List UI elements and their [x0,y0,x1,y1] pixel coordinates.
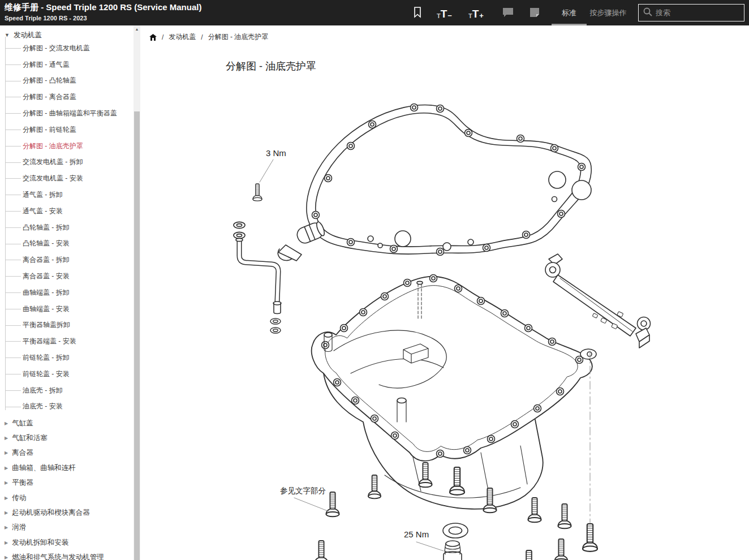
main-content: / 发动机盖 / 分解图 - 油底壳护罩 分解图 - 油底壳护罩 [140,25,749,560]
sidebar-item-label: 通气盖 - 安装 [23,206,63,216]
sidebar-root-label: 发动机盖 [14,31,42,40]
sidebar-item-label: 分解图 - 离合器盖 [23,92,76,102]
sidebar-section-label: 燃油和排气系统与发动机管理 [12,553,104,560]
sidebar-item[interactable]: 分解图 - 通气盖 [0,57,134,73]
sidebar-item[interactable]: 曲轴端盖 - 安装 [0,301,134,317]
sidebar-item[interactable]: 凸轮轴盖 - 拆卸 [0,219,134,236]
tab-step-by-step[interactable]: 按步骤操作 [588,0,628,25]
sidebar-item[interactable]: 分解图 - 凸轮轴盖 [0,73,134,89]
chevron-right-icon: ▶ [5,496,8,501]
sidebar-item-active[interactable]: 分解图 - 油底壳护罩 [0,138,134,154]
chain-guide-bracket [545,254,651,348]
sidebar-section-label: 发动机拆卸和安装 [12,538,68,548]
sidebar-item[interactable]: 油底壳 - 拆卸 [0,382,134,399]
chevron-right-icon: ▶ [5,466,8,471]
small-t-glyph: T [468,13,472,19]
large-t-glyph: T [472,8,479,19]
chevron-right-icon: ▶ [5,436,8,441]
sidebar-scrollbar[interactable]: ▲ [134,25,140,560]
sidebar-section-label: 传动 [12,493,26,503]
sidebar-section[interactable]: ▶气缸盖 [0,416,134,430]
sidebar-item[interactable]: 离合器盖 - 安装 [0,268,134,285]
page-title: 分解图 - 油底壳护罩 [226,59,316,73]
home-icon[interactable] [149,34,157,41]
sidebar-item-label: 通气盖 - 拆卸 [23,190,63,200]
tab-label: 按步骤操作 [590,8,627,17]
scroll-up-arrow-icon[interactable]: ▲ [134,25,140,33]
torque-label-25nm: 25 Nm [404,529,429,539]
sidebar-item[interactable]: 分解图 - 前链轮盖 [0,122,134,138]
sidebar-section[interactable]: ▶发动机拆卸和安装 [0,535,134,550]
breadcrumb-separator: / [201,33,203,41]
sidebar-item-label: 离合器盖 - 安装 [23,272,70,281]
sidebar-section[interactable]: ▶离合器 [0,446,134,460]
sidebar-item-label: 分解图 - 曲轴箱端盖和平衡器盖 [23,109,117,118]
tab-standard[interactable]: 标准 [552,0,587,25]
sidebar-section-label: 润滑 [12,523,26,532]
chevron-right-icon: ▶ [5,555,8,560]
exploded-diagram: 3 Nm [215,79,668,560]
sidebar-section[interactable]: ▶传动 [0,490,134,505]
sidebar-item[interactable]: 油底壳 - 安装 [0,399,134,415]
sidebar-section-label: 离合器 [12,448,33,458]
small-t-glyph: T [437,13,441,19]
sidebar-item[interactable]: 分解图 - 离合器盖 [0,89,134,105]
sidebar-section[interactable]: ▶平衡器 [0,476,134,490]
sidebar-item[interactable]: 离合器盖 - 拆卸 [0,252,134,268]
sidebar-section[interactable]: ▶燃油和排气系统与发动机管理 [0,550,134,560]
sidebar-item[interactable]: 曲轴端盖 - 拆卸 [0,285,134,301]
sidebar-item-label: 分解图 - 凸轮轴盖 [23,76,76,85]
sidebar-item[interactable]: 前链轮盖 - 安装 [0,366,134,382]
sidebar-section[interactable]: ▶曲轴箱、曲轴和连杆 [0,460,134,475]
search-box[interactable] [638,4,744,21]
sidebar-section[interactable]: ▶润滑 [0,520,134,535]
chevron-right-icon: ▶ [5,450,8,455]
toc-sidebar: ▼ 发动机盖 分解图 - 交流发电机盖分解图 - 通气盖分解图 - 凸轮轴盖分解… [0,25,134,560]
sidebar-item[interactable]: 凸轮轴盖 - 安装 [0,236,134,252]
breadcrumb-engine-covers[interactable]: 发动机盖 [169,32,196,42]
note-icon[interactable] [530,6,540,19]
sidebar-section[interactable]: ▶起动机驱动和楔块离合器 [0,505,134,520]
search-input[interactable] [656,8,735,17]
sidebar-item-label: 曲轴端盖 - 拆卸 [23,288,70,298]
sidebar-sections: ▶气缸盖▶气缸和活塞▶离合器▶曲轴箱、曲轴和连杆▶平衡器▶传动▶起动机驱动和楔块… [0,416,134,560]
sidebar-section-label: 平衡器 [12,478,33,488]
bookmark-icon[interactable] [414,6,421,19]
sidebar-item-label: 交流发电机盖 - 拆卸 [23,157,83,167]
chevron-right-icon: ▶ [5,540,8,545]
sidebar-item-label: 凸轮轴盖 - 安装 [23,239,70,248]
sidebar-item-label: 前链轮盖 - 拆卸 [23,353,70,363]
breadcrumb: / 发动机盖 / 分解图 - 油底壳护罩 [149,32,268,42]
sidebar-item[interactable]: 分解图 - 曲轴箱端盖和平衡器盖 [0,105,134,122]
chevron-right-icon: ▶ [5,510,8,515]
sidebar-item[interactable]: 平衡器轴盖拆卸 [0,317,134,334]
sidebar-item[interactable]: 平衡器端盖 - 安装 [0,333,134,350]
scrollbar-thumb[interactable] [134,111,140,560]
sidebar-item-label: 分解图 - 交流发电机盖 [23,44,90,53]
torque-label-3nm: 3 Nm [266,148,286,158]
sidebar-item-label: 油底壳 - 安装 [23,402,63,411]
sidebar-item-label: 交流发电机盖 - 安装 [23,174,83,183]
app-header: 维修手册 - Speed Triple 1200 RS (Service Man… [0,0,749,25]
sidebar-item[interactable]: 交流发电机盖 - 拆卸 [0,154,134,171]
sidebar-item-label: 分解图 - 油底壳护罩 [23,141,83,151]
sidebar-item-label: 平衡器轴盖拆卸 [23,320,70,330]
sidebar-section[interactable]: ▶气缸和活塞 [0,430,134,445]
sidebar-item[interactable]: 通气盖 - 拆卸 [0,187,134,203]
sidebar-item-label: 凸轮轴盖 - 拆卸 [23,223,70,232]
sidebar-item[interactable]: 前链轮盖 - 拆卸 [0,350,134,366]
decrease-font-icon[interactable]: TT− [437,6,452,19]
minus-glyph: − [447,12,452,19]
sidebar-item[interactable]: 交流发电机盖 - 安装 [0,170,134,187]
comment-icon[interactable] [502,6,514,19]
sidebar-item[interactable]: 分解图 - 交流发电机盖 [0,40,134,57]
large-t-glyph: T [441,8,447,19]
increase-font-icon[interactable]: TT+ [468,6,484,19]
sidebar-item[interactable]: 通气盖 - 安装 [0,203,134,219]
manual-title: 维修手册 - Speed Triple 1200 RS (Service Man… [5,2,201,13]
small-bolt [253,184,262,201]
chevron-right-icon: ▶ [5,525,8,530]
chevron-right-icon: ▶ [5,421,8,426]
breadcrumb-current-page[interactable]: 分解图 - 油底壳护罩 [208,32,269,42]
sidebar-section-label: 起动机驱动和楔块离合器 [12,508,90,518]
